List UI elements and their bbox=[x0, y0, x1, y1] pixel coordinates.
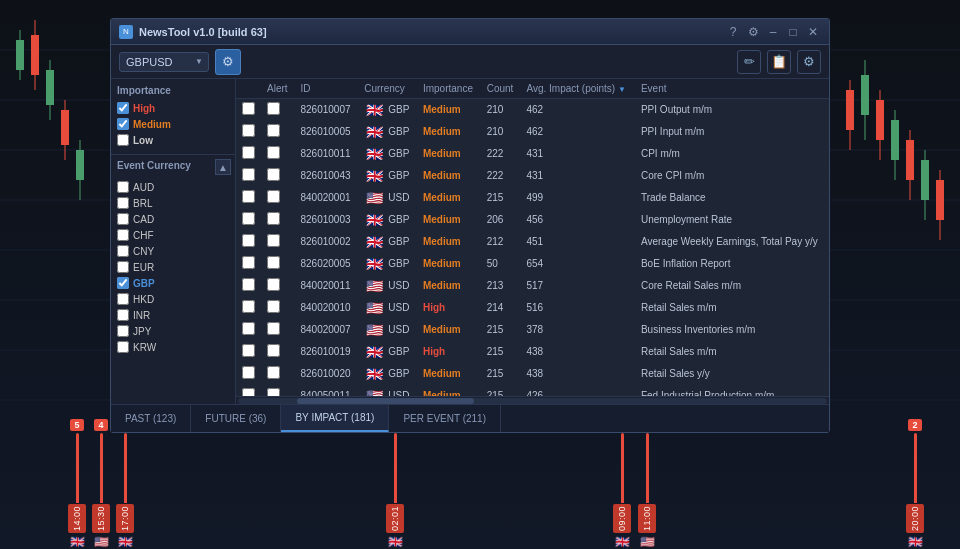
close-button[interactable]: ✕ bbox=[805, 24, 821, 40]
alert-checkbox[interactable] bbox=[267, 300, 280, 313]
currency-checkbox[interactable] bbox=[117, 213, 129, 225]
currency-row[interactable]: AUD bbox=[115, 179, 231, 195]
table-row[interactable]: 826020005🇬🇧GBPMedium50654BoE Inflation R… bbox=[236, 253, 829, 275]
alert-checkbox[interactable] bbox=[267, 146, 280, 159]
currency-checkbox[interactable] bbox=[117, 261, 129, 273]
tab-item[interactable]: BY IMPACT (181) bbox=[281, 405, 389, 432]
table-row[interactable]: 840020011🇺🇸USDMedium213517Core Retail Sa… bbox=[236, 275, 829, 297]
currency-row[interactable]: EUR bbox=[115, 259, 231, 275]
currency-checkbox[interactable] bbox=[117, 341, 129, 353]
currency-scroll-up[interactable]: ▲ bbox=[215, 159, 231, 175]
alert-checkbox[interactable] bbox=[267, 388, 280, 396]
table-row[interactable]: 840020001🇺🇸USDMedium215499Trade Balance bbox=[236, 187, 829, 209]
col-currency[interactable]: Currency bbox=[358, 79, 417, 99]
row-checkbox[interactable] bbox=[242, 212, 255, 225]
count-cell: 213 bbox=[481, 275, 521, 297]
alert-checkbox[interactable] bbox=[267, 278, 280, 291]
table-row[interactable]: 826010003🇬🇧GBPMedium206456Unemployment R… bbox=[236, 209, 829, 231]
row-checkbox[interactable] bbox=[242, 190, 255, 203]
col-count[interactable]: Count bbox=[481, 79, 521, 99]
table-row[interactable]: 826010019🇬🇧GBPHigh215438Retail Sales m/m bbox=[236, 341, 829, 363]
alert-checkbox[interactable] bbox=[267, 322, 280, 335]
alert-checkbox[interactable] bbox=[267, 102, 280, 115]
tab-item[interactable]: FUTURE (36) bbox=[191, 405, 281, 432]
currency-checkbox[interactable] bbox=[117, 293, 129, 305]
table-row[interactable]: 826010043🇬🇧GBPMedium222431Core CPI m/m bbox=[236, 165, 829, 187]
currency-row[interactable]: KRW bbox=[115, 339, 231, 355]
gear-button[interactable]: ⚙ bbox=[797, 50, 821, 74]
table-row[interactable]: 840020010🇺🇸USDHigh214516Retail Sales m/m bbox=[236, 297, 829, 319]
table-row[interactable]: 840050011🇺🇸USDMedium215426Fed Industrial… bbox=[236, 385, 829, 397]
tab-item[interactable]: PER EVENT (211) bbox=[389, 405, 501, 432]
table-row[interactable]: 826010002🇬🇧GBPMedium212451Average Weekly… bbox=[236, 231, 829, 253]
filter-button[interactable]: ⚙ bbox=[215, 49, 241, 75]
minimize-button[interactable]: – bbox=[765, 24, 781, 40]
alert-checkbox[interactable] bbox=[267, 212, 280, 225]
row-checkbox[interactable] bbox=[242, 388, 255, 396]
currency-checkbox[interactable] bbox=[117, 245, 129, 257]
importance-cell: Medium bbox=[417, 209, 481, 231]
table-row[interactable]: 840020007🇺🇸USDMedium215378Business Inven… bbox=[236, 319, 829, 341]
row-checkbox[interactable] bbox=[242, 278, 255, 291]
currency-row[interactable]: JPY bbox=[115, 323, 231, 339]
currency-checkbox[interactable] bbox=[117, 325, 129, 337]
table-container[interactable]: Alert ID Currency Importance Count Avg. … bbox=[236, 79, 829, 396]
importance-cell: Medium bbox=[417, 275, 481, 297]
medium-importance-row[interactable]: Medium bbox=[115, 116, 231, 132]
currency-list[interactable]: AUDBRLCADCHFCNYEURGBPHKDINRJPYKRW bbox=[115, 179, 231, 402]
col-event[interactable]: Event bbox=[635, 79, 829, 99]
col-avg-impact[interactable]: Avg. Impact (points) ▼ bbox=[520, 79, 635, 99]
currency-checkbox[interactable] bbox=[117, 181, 129, 193]
row-checkbox[interactable] bbox=[242, 256, 255, 269]
currency-row[interactable]: CHF bbox=[115, 227, 231, 243]
row-checkbox[interactable] bbox=[242, 146, 255, 159]
alert-checkbox[interactable] bbox=[267, 190, 280, 203]
alert-checkbox[interactable] bbox=[267, 366, 280, 379]
alert-checkbox[interactable] bbox=[267, 256, 280, 269]
low-checkbox[interactable] bbox=[117, 134, 129, 146]
symbol-dropdown[interactable]: GBPUSD EURUSD USDJPY bbox=[119, 52, 209, 72]
horizontal-scrollbar[interactable] bbox=[236, 396, 829, 404]
alert-checkbox[interactable] bbox=[267, 124, 280, 137]
alert-checkbox[interactable] bbox=[267, 168, 280, 181]
row-checkbox[interactable] bbox=[242, 102, 255, 115]
table-row[interactable]: 826010011🇬🇧GBPMedium222431CPI m/m bbox=[236, 143, 829, 165]
row-checkbox[interactable] bbox=[242, 344, 255, 357]
currency-row[interactable]: CNY bbox=[115, 243, 231, 259]
row-checkbox[interactable] bbox=[242, 234, 255, 247]
currency-row[interactable]: INR bbox=[115, 307, 231, 323]
row-checkbox[interactable] bbox=[242, 300, 255, 313]
currency-row[interactable]: GBP bbox=[115, 275, 231, 291]
col-alert[interactable]: Alert bbox=[261, 79, 294, 99]
col-importance[interactable]: Importance bbox=[417, 79, 481, 99]
low-importance-row[interactable]: Low bbox=[115, 132, 231, 148]
help-button[interactable]: ? bbox=[725, 24, 741, 40]
currency-row[interactable]: HKD bbox=[115, 291, 231, 307]
currency-row[interactable]: CAD bbox=[115, 211, 231, 227]
tab-item[interactable]: PAST (123) bbox=[111, 405, 191, 432]
window-controls: ? ⚙ – □ ✕ bbox=[725, 24, 821, 40]
currency-checkbox[interactable] bbox=[117, 277, 129, 289]
settings-button[interactable]: ⚙ bbox=[745, 24, 761, 40]
table-row[interactable]: 826010005🇬🇧GBPMedium210462PPI Input m/m bbox=[236, 121, 829, 143]
medium-checkbox[interactable] bbox=[117, 118, 129, 130]
edit-button[interactable]: ✏ bbox=[737, 50, 761, 74]
table-row[interactable]: 826010020🇬🇧GBPMedium215438Retail Sales y… bbox=[236, 363, 829, 385]
currency-checkbox[interactable] bbox=[117, 309, 129, 321]
alert-checkbox[interactable] bbox=[267, 344, 280, 357]
currency-checkbox[interactable] bbox=[117, 197, 129, 209]
row-checkbox[interactable] bbox=[242, 124, 255, 137]
alert-checkbox[interactable] bbox=[267, 234, 280, 247]
row-checkbox[interactable] bbox=[242, 168, 255, 181]
row-checkbox[interactable] bbox=[242, 322, 255, 335]
count-cell: 214 bbox=[481, 297, 521, 319]
row-checkbox[interactable] bbox=[242, 366, 255, 379]
maximize-button[interactable]: □ bbox=[785, 24, 801, 40]
table-row[interactable]: 826010007🇬🇧GBPMedium210462PPI Output m/m bbox=[236, 99, 829, 121]
high-checkbox[interactable] bbox=[117, 102, 129, 114]
currency-row[interactable]: BRL bbox=[115, 195, 231, 211]
currency-checkbox[interactable] bbox=[117, 229, 129, 241]
book-button[interactable]: 📋 bbox=[767, 50, 791, 74]
high-importance-row[interactable]: High bbox=[115, 100, 231, 116]
col-id[interactable]: ID bbox=[294, 79, 358, 99]
